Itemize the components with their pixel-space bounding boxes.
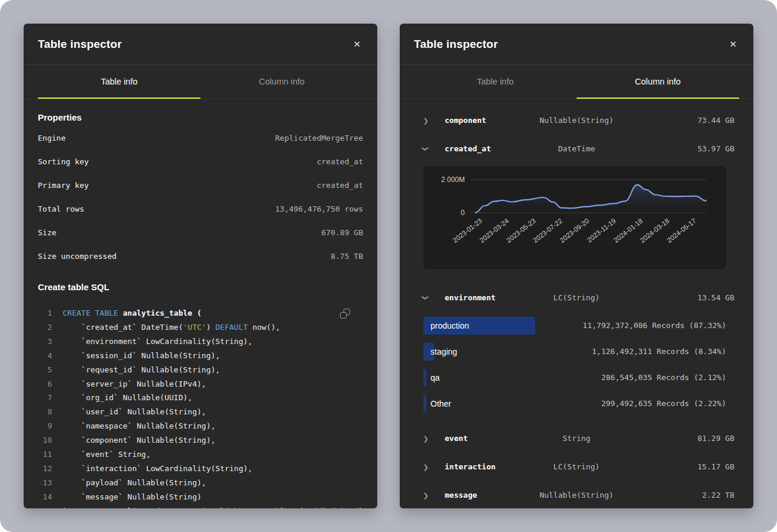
chevron-right-icon: ❯ (423, 117, 428, 124)
svg-text:2023-07-22: 2023-07-22 (532, 217, 564, 244)
svg-text:2024-01-18: 2024-01-18 (612, 217, 644, 244)
column-row[interactable]: ❯messageNullable(String)2.22 TB (414, 481, 739, 508)
property-label: Engine (38, 134, 66, 142)
svg-text:2 000M: 2 000M (441, 176, 465, 184)
sql-token: `message` Nullable(String) (63, 492, 202, 501)
sql-token: '/clickhouse/tables/{uuid}/{shard}' (206, 507, 368, 508)
sql-line: 4 `session_id` Nullable(String), (38, 349, 363, 363)
properties-list: EngineReplicatedMergeTreeSorting keycrea… (38, 126, 363, 268)
tab-bar: Table info Column info (24, 65, 377, 99)
column-row[interactable]: ❯created_atDateTime53.97 GB (414, 134, 739, 163)
value-bar-row: staging1,126,492,311 Records (8.34%) (423, 339, 726, 365)
column-name: event (438, 434, 546, 443)
copy-icon[interactable] (340, 309, 350, 319)
sql-line: 7 `org_id` Nullable(UUID), (38, 391, 363, 405)
property-value: 8.75 TB (331, 252, 363, 261)
sql-token: now(), (248, 323, 280, 332)
sql-token: 'UTC' (183, 323, 206, 332)
chevron-down-icon: ❯ (422, 295, 430, 300)
property-label: Sorting key (38, 157, 89, 166)
property-value: created_at (317, 181, 363, 190)
svg-text:2023-09-20: 2023-09-20 (559, 217, 591, 244)
line-number: 8 (38, 405, 52, 419)
dialog-title: Table inspector (414, 38, 498, 51)
column-row[interactable]: ❯componentNullable(String)73.44 GB (414, 106, 739, 134)
sql-code: `event` String, (63, 447, 151, 462)
chevron-right-icon: ❯ (423, 435, 428, 442)
sql-code: `org_id` Nullable(UUID), (63, 391, 192, 405)
sql-line: 6 `server_ip` Nullable(IPv4), (38, 377, 363, 391)
histogram-svg: 2 000M02023-01-232023-03-242023-05-23202… (423, 166, 726, 269)
sql-token: `environment` LowCardinality(String), (63, 337, 252, 346)
sql-line: 12 `interaction` LowCardinality(String), (38, 462, 363, 476)
table-inspector-dialog-column-info: Table inspector ✕ Table info Column info… (400, 24, 753, 508)
sql-token: `interaction` LowCardinality(String), (63, 464, 252, 473)
property-value: 13,496,476,750 rows (275, 205, 363, 213)
property-label: Total rows (38, 205, 84, 213)
sql-token: `namespace` Nullable(String), (63, 421, 215, 430)
value-bar-label: staging (423, 339, 726, 365)
sql-line: 8 `user_id` Nullable(String), (38, 405, 363, 419)
property-row: EngineReplicatedMergeTree (38, 126, 363, 150)
line-number: 11 (38, 447, 52, 462)
chevron-right-icon: ❯ (423, 463, 428, 471)
sql-code: `payload` Nullable(String), (63, 476, 206, 490)
dialog-header: Table inspector ✕ (400, 24, 753, 65)
line-number: 3 (38, 335, 52, 349)
line-number: 14 (38, 490, 52, 504)
svg-text:2024-05-17: 2024-05-17 (666, 217, 698, 244)
sql-token: ) ENGINE = ReplicatedMergeTree( (63, 507, 206, 508)
column-row[interactable]: ❯eventString81.29 GB (414, 424, 739, 452)
column-name: environment (438, 293, 537, 302)
svg-text:2023-03-24: 2023-03-24 (478, 217, 510, 244)
tab-bar: Table info Column info (400, 65, 753, 99)
column-size: 15.17 GB (682, 462, 739, 471)
tab-table-info[interactable]: Table info (414, 65, 577, 99)
column-type: DateTime (558, 144, 595, 153)
line-number: 5 (38, 363, 52, 377)
sql-token: `user_id` Nullable(String), (63, 407, 206, 416)
environment-value-bars: production11,792,372,086 Records (87.32%… (423, 313, 726, 417)
tab-column-info[interactable]: Column info (200, 65, 363, 99)
sql-token: analytics_table ( (118, 309, 202, 317)
sql-line: 10 `component` Nullable(String), (38, 433, 363, 447)
column-row[interactable]: ❯environmentLC(String)13.54 GB (414, 283, 739, 312)
property-label: Primary key (38, 181, 89, 190)
sql-line: 5 `request_id` Nullable(String), (38, 363, 363, 377)
sql-code: `environment` LowCardinality(String), (63, 335, 252, 349)
column-name: component (438, 116, 523, 125)
property-label: Size uncompressed (38, 252, 116, 261)
svg-text:2023-11-19: 2023-11-19 (586, 217, 617, 244)
column-size: 81.29 GB (682, 434, 739, 443)
column-row[interactable]: ❯interactionLC(String)15.17 GB (414, 452, 739, 481)
close-icon[interactable]: ✕ (727, 37, 739, 51)
sql-line: 14 `message` Nullable(String) (38, 490, 363, 504)
chevron-cell: ❯ (414, 489, 438, 500)
svg-text:2023-01-23: 2023-01-23 (451, 217, 483, 244)
close-icon[interactable]: ✕ (351, 37, 363, 51)
sql-code: `created_at` DateTime('UTC') DEFAULT now… (63, 320, 280, 335)
sql-code: `server_ip` Nullable(IPv4), (63, 377, 206, 391)
chevron-cell: ❯ (414, 115, 438, 125)
tab-column-info[interactable]: Column info (577, 65, 739, 99)
sql-token: ) (206, 323, 216, 332)
column-info-content: ❯componentNullable(String)73.44 GB❯creat… (400, 106, 753, 508)
column-size: 53.97 GB (682, 144, 739, 153)
value-bar-row: production11,792,372,086 Records (87.32%… (423, 313, 726, 339)
sql-code: `request_id` Nullable(String), (63, 363, 220, 377)
svg-text:0: 0 (461, 209, 465, 217)
svg-text:2023-05-23: 2023-05-23 (505, 217, 537, 244)
column-size: 13.54 GB (682, 293, 739, 302)
line-number: 7 (38, 391, 52, 405)
sql-token: DEFAULT (215, 323, 248, 332)
tab-table-info[interactable]: Table info (38, 65, 200, 99)
column-type: Nullable(String) (539, 491, 613, 499)
table-info-content: Properties EngineReplicatedMergeTreeSort… (24, 112, 377, 508)
sql-code-block: 1CREATE TABLE analytics_table (2 `create… (38, 306, 363, 508)
column-type: Nullable(String) (539, 116, 613, 125)
properties-heading: Properties (38, 112, 363, 122)
sql-code: `user_id` Nullable(String), (63, 405, 206, 419)
line-number: 6 (38, 377, 52, 391)
dialog-title: Table inspector (38, 38, 122, 51)
table-inspector-dialog-table-info: Table inspector ✕ Table info Column info… (24, 24, 377, 508)
